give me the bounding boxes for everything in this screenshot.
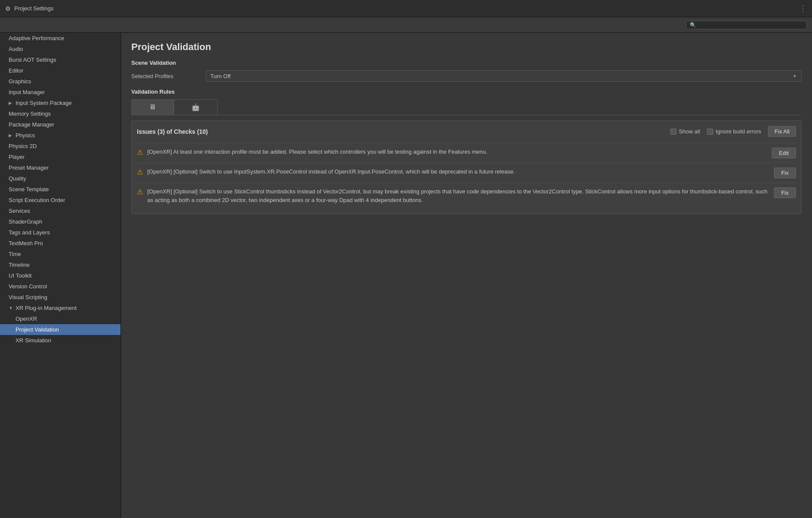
- sidebar-item-openxr[interactable]: OpenXR: [0, 313, 121, 324]
- sidebar-item-input-manager[interactable]: Input Manager: [0, 87, 121, 98]
- title-bar: ⚙ Project Settings ⋮: [0, 0, 812, 17]
- issue-text: [OpenXR] [Optional] Switch to use StickC…: [147, 187, 770, 204]
- search-input-wrap[interactable]: 🔍: [686, 21, 807, 29]
- issue-row-2: ⚠[OpenXR] [Optional] Switch to use Input…: [137, 163, 796, 183]
- sidebar-item-label: Timeline: [9, 262, 30, 268]
- sidebar-item-audio[interactable]: Audio: [0, 44, 121, 54]
- arrow-icon: ▶: [9, 101, 13, 105]
- title-bar-left: ⚙ Project Settings: [5, 5, 54, 12]
- arrow-icon: ▼: [9, 306, 13, 310]
- sidebar-item-label: Quality: [9, 175, 26, 182]
- sidebar-item-xr-simulation[interactable]: XR Simulation: [0, 335, 121, 346]
- sidebar-item-player[interactable]: Player: [0, 152, 121, 162]
- page-title: Project Validation: [131, 41, 802, 53]
- sidebar-item-ui-toolkit[interactable]: UI Toolkit: [0, 270, 121, 281]
- ignore-build-errors-wrap: Ignore build errors: [707, 128, 761, 135]
- sidebar: Adaptive PerformanceAudioBurst AOT Setti…: [0, 33, 121, 518]
- sidebar-item-label: UI Toolkit: [9, 272, 32, 279]
- gear-icon: ⚙: [5, 5, 11, 12]
- selected-profiles-row: Selected Profiles Turn Off ▼: [131, 70, 802, 82]
- search-input[interactable]: [699, 22, 803, 28]
- sidebar-item-label: ShaderGraph: [9, 218, 42, 225]
- content-area: Project Validation Scene Validation Sele…: [121, 33, 812, 518]
- tab-android[interactable]: 🤖: [174, 99, 218, 115]
- sidebar-item-label: Time: [9, 251, 21, 257]
- sidebar-item-label: Editor: [9, 67, 23, 74]
- sidebar-item-label: Preset Manager: [9, 164, 49, 171]
- issues-panel: Issues (3) of Checks (10) Show all Ignor…: [131, 120, 802, 214]
- sidebar-item-label: Memory Settings: [9, 111, 51, 117]
- warning-icon: ⚠: [137, 168, 143, 176]
- show-all-checkbox[interactable]: [670, 129, 676, 135]
- sidebar-item-xr-plug-in-management[interactable]: ▼XR Plug-in Management: [0, 303, 121, 313]
- tabs-row: 🖥 🤖: [131, 99, 802, 115]
- sidebar-item-version-control[interactable]: Version Control: [0, 281, 121, 292]
- sidebar-item-scene-template[interactable]: Scene Template: [0, 184, 121, 195]
- issue-text: [OpenXR] At least one interaction profil…: [147, 148, 768, 156]
- arrow-icon: ▶: [9, 133, 13, 138]
- selected-profiles-label: Selected Profiles: [131, 73, 200, 79]
- fix-all-button[interactable]: Fix All: [768, 126, 796, 137]
- sidebar-item-project-validation[interactable]: Project Validation: [0, 324, 121, 335]
- sidebar-item-label: Physics 2D: [9, 143, 37, 149]
- sidebar-item-label: Services: [9, 208, 30, 214]
- issue-edit-button[interactable]: Edit: [772, 148, 796, 158]
- sidebar-item-graphics[interactable]: Graphics: [0, 76, 121, 87]
- sidebar-item-label: Graphics: [9, 78, 31, 85]
- android-icon: 🤖: [191, 103, 200, 111]
- sidebar-item-memory-settings[interactable]: Memory Settings: [0, 108, 121, 119]
- tab-desktop[interactable]: 🖥: [131, 99, 174, 115]
- sidebar-item-tags-and-layers[interactable]: Tags and Layers: [0, 227, 121, 238]
- issue-fix-button[interactable]: Fix: [774, 167, 796, 178]
- sidebar-item-textmesh-pro[interactable]: TextMesh Pro: [0, 238, 121, 249]
- sidebar-item-package-manager[interactable]: Package Manager: [0, 119, 121, 130]
- sidebar-item-label: XR Simulation: [16, 337, 51, 344]
- window-title: Project Settings: [14, 5, 54, 12]
- show-all-wrap: Show all: [670, 128, 700, 135]
- warning-icon: ⚠: [137, 148, 143, 156]
- sidebar-item-quality[interactable]: Quality: [0, 173, 121, 184]
- sidebar-item-physics-2d[interactable]: Physics 2D: [0, 141, 121, 152]
- chevron-down-icon: ▼: [793, 74, 797, 79]
- issues-header: Issues (3) of Checks (10) Show all Ignor…: [137, 126, 796, 137]
- sidebar-item-shadergraph[interactable]: ShaderGraph: [0, 216, 121, 227]
- sidebar-item-adaptive-performance[interactable]: Adaptive Performance: [0, 33, 121, 44]
- issues-list: ⚠[OpenXR] At least one interaction profi…: [137, 143, 796, 208]
- sidebar-item-script-execution-order[interactable]: Script Execution Order: [0, 195, 121, 205]
- sidebar-item-label: TextMesh Pro: [9, 240, 43, 246]
- sidebar-item-label: Version Control: [9, 283, 47, 290]
- warning-icon: ⚠: [137, 188, 143, 196]
- sidebar-item-input-system-package[interactable]: ▶Input System Package: [0, 98, 121, 108]
- sidebar-item-label: Adaptive Performance: [9, 35, 64, 41]
- sidebar-item-label: Player: [9, 154, 25, 160]
- search-bar: 🔍: [0, 17, 812, 33]
- sidebar-item-label: Script Execution Order: [9, 197, 65, 203]
- issue-text: [OpenXR] [Optional] Switch to use InputS…: [147, 167, 770, 176]
- sidebar-item-label: Audio: [9, 46, 23, 52]
- sidebar-item-burst-aot-settings[interactable]: Burst AOT Settings: [0, 54, 121, 65]
- selected-profiles-dropdown[interactable]: Turn Off ▼: [206, 70, 802, 82]
- issue-fix-button[interactable]: Fix: [774, 187, 796, 198]
- issue-row-3: ⚠[OpenXR] [Optional] Switch to use Stick…: [137, 183, 796, 208]
- sidebar-item-label: Project Validation: [16, 326, 59, 333]
- main-layout: Adaptive PerformanceAudioBurst AOT Setti…: [0, 33, 812, 518]
- sidebar-item-visual-scripting[interactable]: Visual Scripting: [0, 292, 121, 303]
- sidebar-item-label: Visual Scripting: [9, 294, 47, 300]
- sidebar-item-preset-manager[interactable]: Preset Manager: [0, 162, 121, 173]
- sidebar-item-timeline[interactable]: Timeline: [0, 259, 121, 270]
- sidebar-item-services[interactable]: Services: [0, 205, 121, 216]
- sidebar-item-physics[interactable]: ▶Physics: [0, 130, 121, 141]
- sidebar-item-editor[interactable]: Editor: [0, 65, 121, 76]
- sidebar-item-label: Input Manager: [9, 89, 45, 95]
- dropdown-value: Turn Off: [210, 73, 231, 79]
- sidebar-item-label: Scene Template: [9, 186, 49, 193]
- ignore-build-errors-label: Ignore build errors: [716, 128, 761, 135]
- sidebar-item-time[interactable]: Time: [0, 249, 121, 259]
- sidebar-item-label: Input System Package: [16, 100, 72, 106]
- scene-validation-label: Scene Validation: [131, 60, 802, 66]
- ignore-build-errors-checkbox[interactable]: [707, 129, 713, 135]
- desktop-icon: 🖥: [149, 103, 156, 111]
- validation-rules-label: Validation Rules: [131, 88, 802, 95]
- menu-icon[interactable]: ⋮: [799, 4, 807, 13]
- sidebar-item-label: Burst AOT Settings: [9, 57, 56, 63]
